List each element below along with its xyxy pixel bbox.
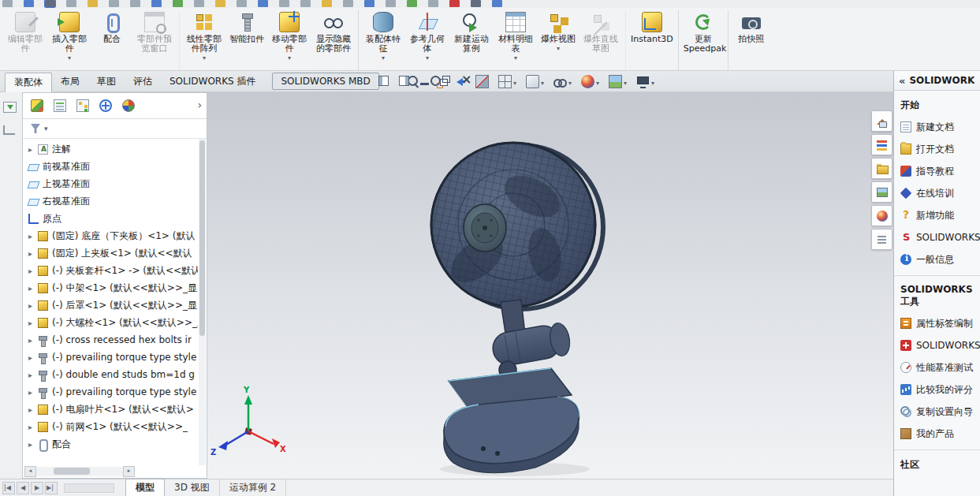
- task-pane-tab[interactable]: [871, 134, 892, 155]
- minimize-icon[interactable]: [419, 76, 430, 86]
- dropdown-arrow-icon[interactable]: [513, 76, 516, 88]
- corner-select-icon[interactable]: [3, 125, 15, 135]
- base-plate[interactable]: [444, 397, 579, 473]
- task-pane-link[interactable]: 指导教程: [894, 160, 980, 182]
- close-icon[interactable]: [460, 76, 471, 86]
- ribbon-button[interactable]: 爆炸直线草图: [579, 10, 626, 70]
- toolbar-icon[interactable]: [343, 0, 353, 7]
- ribbon-button[interactable]: 编辑零部件: [3, 10, 47, 70]
- filter-icon[interactable]: [31, 124, 40, 133]
- dropdown-arrow-icon[interactable]: [203, 54, 206, 60]
- ribbon-button[interactable]: Instant3D: [628, 10, 679, 70]
- view-tool-button[interactable]: [475, 74, 490, 89]
- toolbar-icon[interactable]: [2, 0, 13, 7]
- task-pane-link[interactable]: 属性标签编制: [894, 312, 980, 334]
- last-icon[interactable]: [45, 482, 58, 494]
- toolbar-icon[interactable]: [215, 0, 225, 7]
- task-pane-link[interactable]: 新建文档: [894, 116, 980, 138]
- ribbon-button[interactable]: 材料明细表: [494, 10, 538, 70]
- dropdown-arrow-icon[interactable]: [651, 76, 654, 88]
- document-tab[interactable]: 运动算例 2: [220, 479, 286, 496]
- dropdown-arrow-icon[interactable]: [68, 54, 71, 60]
- view-tool-button[interactable]: [525, 74, 545, 89]
- tree-item[interactable]: 配合: [23, 435, 198, 453]
- task-pane-link[interactable]: 我的产品: [894, 423, 980, 445]
- toolbar-icon[interactable]: [24, 0, 34, 7]
- task-pane-link[interactable]: 打开文档: [894, 138, 980, 160]
- toolbar-icon[interactable]: [88, 0, 98, 7]
- task-pane-tab[interactable]: [871, 181, 892, 203]
- restore-icon[interactable]: [440, 76, 450, 86]
- command-tab[interactable]: 评估: [125, 72, 161, 91]
- tree-item[interactable]: (-) prevailing torque type style: [23, 349, 198, 366]
- tree-item[interactable]: 前视基准面: [23, 158, 198, 175]
- dropdown-arrow-icon[interactable]: [596, 76, 599, 88]
- dropdown-arrow-icon[interactable]: [557, 44, 560, 50]
- tree-vertical-scrollbar[interactable]: [199, 139, 206, 465]
- dropdown-arrow-icon[interactable]: [288, 54, 291, 60]
- expand-arrow-icon[interactable]: [28, 440, 38, 449]
- ribbon-button[interactable]: 零部件预览窗口: [132, 10, 180, 70]
- toolbar-icon[interactable]: [471, 0, 481, 7]
- scroll-right-button[interactable]: ▸: [123, 466, 135, 477]
- toolbar-icon[interactable]: [407, 0, 417, 7]
- tree-item[interactable]: (固定) 底座（下夹板）<1> (默认: [23, 227, 198, 244]
- toolbar-icon[interactable]: [322, 0, 332, 7]
- scroll-left-button[interactable]: ◂: [24, 466, 36, 477]
- task-pane-tab[interactable]: [871, 229, 892, 250]
- ribbon-button[interactable]: 参考几何体: [405, 10, 449, 70]
- ribbon-button[interactable]: 智能扣件: [226, 10, 267, 70]
- expand-arrow-icon[interactable]: [28, 388, 38, 397]
- task-pane-tab[interactable]: [871, 110, 892, 132]
- task-pane-link[interactable]: SOLIDWORKS: [894, 334, 980, 356]
- expand-arrow-icon[interactable]: [28, 145, 38, 154]
- toolbar-icon[interactable]: [66, 0, 76, 7]
- expand-arrow-icon[interactable]: [28, 336, 38, 345]
- tab-solidworks-mbd[interactable]: SOLIDWORKS MBD: [272, 73, 378, 90]
- toolbar-icon[interactable]: [386, 0, 396, 7]
- expand-arrow-icon[interactable]: [28, 284, 38, 293]
- tile-right-icon[interactable]: [399, 76, 409, 86]
- view-tool-button[interactable]: [635, 74, 655, 89]
- graphics-area[interactable]: Y X Z: [207, 92, 893, 479]
- display-manager-icon[interactable]: [122, 99, 135, 112]
- tree-horizontal-scrollbar[interactable]: ◂ ▸: [24, 467, 135, 476]
- configuration-manager-icon[interactable]: [76, 99, 89, 112]
- fan-cage[interactable]: [431, 143, 595, 307]
- task-pane-link[interactable]: 比较我的评分: [894, 379, 980, 401]
- next-icon[interactable]: [31, 482, 43, 494]
- dropdown-arrow-icon[interactable]: [624, 76, 627, 88]
- expand-arrow-icon[interactable]: [28, 319, 38, 327]
- property-manager-icon[interactable]: [54, 99, 66, 112]
- expand-arrow-icon[interactable]: [28, 353, 38, 362]
- filter-dropdown-icon[interactable]: ▾: [44, 125, 48, 132]
- tree-item[interactable]: (-) 电扇叶片<1> (默认<<默认>: [23, 401, 198, 418]
- task-pane-link[interactable]: 一般信息: [894, 248, 980, 270]
- toolbar-icon[interactable]: [130, 0, 140, 7]
- expand-arrow-icon[interactable]: [28, 405, 38, 414]
- toolbar-icon[interactable]: [449, 0, 460, 7]
- tree-item[interactable]: (-) cross recessed hex bolts ir: [23, 331, 198, 349]
- task-pane-link[interactable]: 性能基准测试: [894, 356, 980, 379]
- task-pane-tab[interactable]: [871, 158, 892, 179]
- tree-item[interactable]: (固定) 上夹板<1> (默认<<默认: [23, 244, 198, 262]
- tile-left-icon[interactable]: [378, 76, 389, 86]
- dropdown-arrow-icon[interactable]: [568, 76, 572, 88]
- fan-hub[interactable]: [464, 204, 506, 252]
- command-tab[interactable]: 草图: [88, 72, 125, 91]
- toolbar-icon[interactable]: [428, 0, 438, 7]
- ribbon-button[interactable]: 新建运动算例: [449, 10, 494, 70]
- toolbar-icon[interactable]: [258, 0, 268, 7]
- toolbar-icon[interactable]: [492, 0, 502, 7]
- ribbon-button[interactable]: 爆炸视图: [538, 10, 579, 70]
- ribbon-button[interactable]: 插入零部件: [47, 10, 91, 70]
- toolbar-icon[interactable]: [237, 0, 247, 7]
- tree-item[interactable]: 注解: [23, 140, 198, 158]
- flyout-toolbar-icon[interactable]: [3, 102, 17, 113]
- command-tab[interactable]: 装配体: [5, 73, 52, 92]
- pivot-housing[interactable]: [490, 322, 572, 367]
- tree-item[interactable]: (-) double end studs bm=1d g: [23, 366, 198, 383]
- task-pane-link[interactable]: 在线培训: [894, 182, 980, 204]
- tree-item[interactable]: 原点: [23, 210, 198, 227]
- expand-arrow-icon[interactable]: [28, 371, 38, 379]
